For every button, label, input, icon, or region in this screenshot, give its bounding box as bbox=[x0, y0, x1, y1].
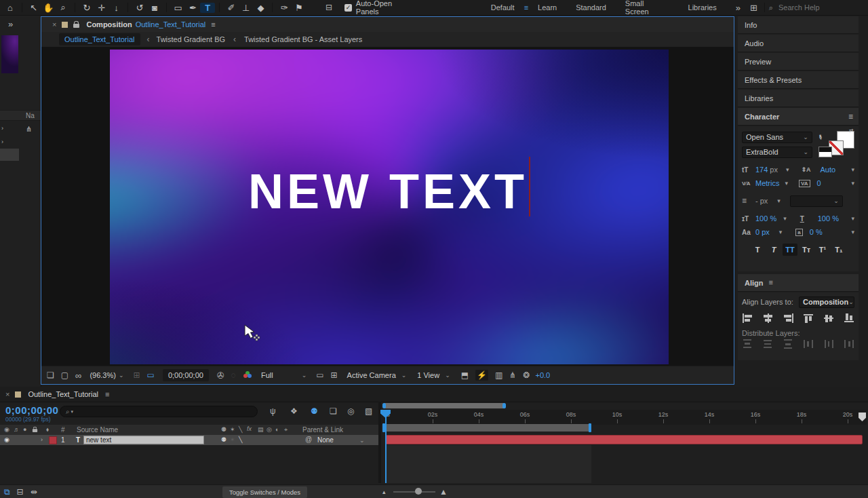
panel-tab-audio[interactable]: Audio bbox=[738, 35, 859, 52]
stroke-width-caret-icon[interactable]: ▾ bbox=[777, 197, 781, 204]
solo-column-icon[interactable]: ● bbox=[23, 427, 26, 433]
faux-bold-button[interactable]: T bbox=[750, 244, 765, 256]
workspace-tab-libraries[interactable]: Libraries bbox=[688, 3, 717, 12]
panel-tab-preview[interactable]: Preview bbox=[738, 53, 859, 71]
font-size-caret-icon[interactable]: ▾ bbox=[786, 166, 789, 173]
home-icon[interactable]: ⌂ bbox=[3, 3, 18, 13]
workspace-switcher-icon[interactable]: ⊞ bbox=[750, 3, 757, 12]
magnification-caret-icon[interactable]: ⌄ bbox=[119, 372, 124, 379]
align-top-button[interactable] bbox=[804, 313, 814, 323]
timeline-tab-name[interactable]: Outline_Text_Tutorial bbox=[28, 390, 98, 398]
search-options-caret-icon[interactable]: ▾ bbox=[71, 409, 74, 415]
faux-italic-button[interactable]: T bbox=[766, 244, 781, 256]
eyedropper-icon[interactable]: ✒ bbox=[816, 134, 824, 141]
view-count-value[interactable]: 1 View bbox=[417, 371, 439, 379]
eye-column-icon[interactable]: ◉ bbox=[4, 427, 9, 433]
tracking-caret-icon[interactable]: ▾ bbox=[851, 180, 854, 187]
canvas-text-layer[interactable]: NEW TEXT bbox=[110, 157, 669, 223]
mini-flowchart-icon[interactable]: ⋔ bbox=[509, 371, 516, 379]
tracking-value[interactable]: 0 bbox=[817, 179, 821, 187]
close-tab-icon[interactable]: × bbox=[52, 21, 56, 28]
panel-tab-effects-presets[interactable]: Effects & Presets bbox=[738, 71, 859, 89]
timeline-zoom-out-icon[interactable]: ▴ bbox=[382, 489, 386, 495]
eraser-tool-icon[interactable]: ◆ bbox=[254, 3, 269, 13]
lock-icon[interactable] bbox=[73, 21, 79, 28]
camera-tool-icon[interactable]: ◙ bbox=[147, 3, 162, 13]
grid-guides-icon[interactable]: ⊞ bbox=[133, 371, 140, 379]
layer-name-input[interactable] bbox=[83, 436, 204, 444]
stroke-style-dropdown[interactable]: ⌄ bbox=[790, 195, 843, 207]
workspace-tab-standard[interactable]: Standard bbox=[576, 3, 606, 12]
font-size-value[interactable]: 174 bbox=[755, 166, 768, 174]
leading-caret-icon[interactable]: ▾ bbox=[851, 166, 854, 173]
target-region-icon[interactable]: ▭ bbox=[316, 371, 323, 379]
time-ruler[interactable]: 0s 02s 04s 06s 08s 10s 12s 14s 16s 18s 2… bbox=[381, 410, 867, 425]
timeline-zoom-in-icon[interactable]: ▲ bbox=[439, 488, 448, 496]
time-navigator-bar[interactable] bbox=[382, 403, 506, 408]
workspace-menu-icon[interactable]: ≡ bbox=[524, 4, 528, 12]
brush-tool-icon[interactable]: ✐ bbox=[224, 3, 239, 13]
panel-tab-libraries[interactable]: Libraries bbox=[738, 90, 859, 107]
parent-pickwhip-icon[interactable]: @ bbox=[305, 436, 312, 443]
align-left-button[interactable] bbox=[742, 313, 752, 323]
align-hcenter-button[interactable] bbox=[762, 313, 772, 323]
source-name-column-label[interactable]: Source Name bbox=[77, 426, 118, 434]
layer-visibility-eye-icon[interactable]: ◉ bbox=[4, 437, 9, 443]
layer-label-chip[interactable] bbox=[49, 436, 57, 444]
clone-stamp-tool-icon[interactable]: ⊥ bbox=[239, 3, 254, 13]
expand-switches-pane-icon[interactable]: ⊟ bbox=[17, 488, 24, 496]
vertical-scale-value[interactable]: 100 % bbox=[755, 214, 776, 223]
graph-editor-icon[interactable]: ▧ bbox=[365, 407, 372, 415]
baseline-shift-value[interactable]: 0 px bbox=[755, 228, 770, 236]
toggle-switches-modes-button[interactable]: Toggle Switches / Modes bbox=[222, 486, 307, 498]
region-of-interest-icon[interactable]: ▭ bbox=[147, 371, 155, 379]
transparency-grid-icon[interactable]: ⊞ bbox=[331, 371, 338, 379]
kerning-value[interactable]: Metrics bbox=[755, 179, 779, 187]
all-caps-button[interactable]: TT bbox=[783, 244, 797, 256]
exposure-icon[interactable]: ❂ bbox=[523, 371, 530, 379]
expand-transfer-pane-icon[interactable]: ⧉ bbox=[4, 488, 10, 496]
monitor-icon[interactable]: ▢ bbox=[61, 371, 68, 379]
font-family-dropdown[interactable]: Open Sans ⌄ bbox=[742, 132, 812, 143]
rectangle-tool-icon[interactable]: ▭ bbox=[171, 3, 186, 13]
workspace-tab-learn[interactable]: Learn bbox=[538, 3, 557, 12]
subscript-button[interactable]: T₁ bbox=[831, 244, 846, 256]
view-count-caret-icon[interactable]: ⌄ bbox=[445, 372, 450, 379]
baseline-shift-caret-icon[interactable]: ▾ bbox=[779, 229, 783, 235]
resolution-value[interactable]: Full bbox=[261, 371, 273, 379]
swap-fill-stroke-icon[interactable]: ⇄ bbox=[849, 128, 854, 134]
default-fill-stroke-chip[interactable] bbox=[818, 147, 832, 157]
character-panel-header[interactable]: Character ≡ bbox=[738, 108, 859, 126]
kerning-caret-icon[interactable]: ▾ bbox=[785, 180, 788, 187]
canvas-text[interactable]: NEW TEXT bbox=[248, 164, 528, 218]
row-expander-icon[interactable]: › bbox=[1, 126, 3, 132]
fast-previews-icon[interactable]: ⚡ bbox=[475, 370, 488, 381]
layer-expander-icon[interactable]: › bbox=[41, 437, 43, 443]
panel-flip-icon[interactable]: ⊟ bbox=[326, 3, 332, 12]
zoom-tool-icon[interactable]: ⌕ bbox=[56, 2, 71, 13]
expand-inout-pane-icon[interactable]: ⇹ bbox=[31, 488, 37, 496]
timeline-zoom-handle[interactable] bbox=[415, 488, 422, 495]
snapshot-stack-icon[interactable]: ❏ bbox=[47, 371, 54, 379]
type-tool-icon[interactable]: T bbox=[200, 3, 215, 13]
selected-project-item[interactable] bbox=[0, 149, 19, 161]
panel-tab-info[interactable]: Info bbox=[738, 16, 859, 34]
parent-dropdown-value[interactable]: None bbox=[317, 436, 334, 444]
show-snapshot-icon[interactable]: ◌ bbox=[231, 371, 236, 379]
rotation-tool-icon[interactable]: ↺ bbox=[132, 3, 147, 13]
puppet-pin-tool-icon[interactable]: ⚑ bbox=[292, 3, 307, 13]
panel-menu-icon[interactable]: ≡ bbox=[105, 391, 109, 398]
current-timecode[interactable]: 0;00;00;00 bbox=[5, 404, 58, 416]
layer-quality-switch-icon[interactable]: ╲ bbox=[239, 437, 242, 443]
panel-menu-icon[interactable]: ≡ bbox=[848, 113, 853, 121]
magnification-value[interactable]: (96.3%) bbox=[90, 371, 116, 379]
align-panel-header[interactable]: Align ≡ bbox=[738, 274, 859, 292]
composition-tab-label[interactable]: Composition bbox=[86, 20, 132, 28]
small-caps-button[interactable]: Tᴛ bbox=[799, 244, 814, 256]
stroke-width-value[interactable]: - px bbox=[755, 197, 768, 205]
align-vcenter-button[interactable] bbox=[824, 313, 834, 323]
align-right-button[interactable] bbox=[783, 313, 793, 323]
roto-brush-tool-icon[interactable]: ✑ bbox=[277, 3, 292, 13]
pen-tool-icon[interactable]: ✒ bbox=[186, 3, 201, 13]
hide-shy-layers-icon[interactable]: ⚉ bbox=[311, 407, 318, 415]
